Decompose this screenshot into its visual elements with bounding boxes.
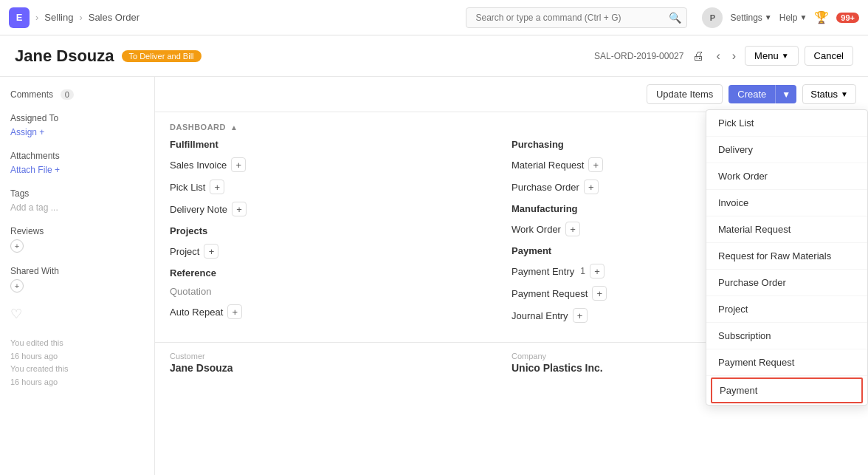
dashboard-collapse-icon[interactable]: ▲ — [230, 123, 238, 131]
project-add-button[interactable]: + — [204, 244, 218, 259]
dropdown-item-payment[interactable]: Payment — [711, 377, 863, 403]
fulfillment-title: Fulfillment — [170, 139, 497, 150]
payment-request-add-button[interactable]: + — [592, 286, 607, 301]
nav-search: 🔍 — [466, 7, 687, 28]
cancel-button[interactable]: Cancel — [805, 46, 853, 66]
breadcrumb-sales-order[interactable]: Sales Order — [89, 12, 140, 23]
sidebar-assigned-to: Assigned To Assign + — [10, 113, 144, 137]
content-area: Update Items Create ▼ Status ▼ Pick List… — [155, 77, 868, 475]
help-button[interactable]: Help ▼ — [779, 13, 807, 23]
assign-link[interactable]: Assign + — [10, 127, 44, 137]
settings-button[interactable]: Settings ▼ — [730, 13, 771, 23]
create-button[interactable]: Create — [728, 85, 775, 103]
dropdown-item-work-order[interactable]: Work Order — [706, 163, 867, 190]
create-dropdown-button[interactable]: ▼ — [775, 85, 796, 103]
notification-badge[interactable]: 99+ — [836, 13, 859, 23]
heart-icon[interactable]: ♡ — [10, 306, 144, 322]
status-badge: To Deliver and Bill — [122, 50, 202, 62]
prev-button[interactable]: ‹ — [713, 47, 723, 66]
dashboard-item-project: Project + — [170, 244, 497, 259]
customer-value: Jane Dsouza — [170, 362, 512, 374]
dropdown-item-material-request[interactable]: Material Request — [706, 216, 867, 243]
action-bar-wrapper: Update Items Create ▼ Status ▼ Pick List… — [155, 77, 868, 112]
reference-title: Reference — [170, 267, 497, 278]
sidebar-footer: You edited this 16 hours ago You created… — [10, 337, 144, 389]
breadcrumb-selling[interactable]: Selling — [44, 12, 73, 23]
sales-invoice-add-button[interactable]: + — [231, 157, 246, 172]
work-order-add-button[interactable]: + — [565, 222, 580, 236]
menu-button[interactable]: Menu ▼ — [745, 46, 798, 66]
breadcrumb-sep-2: › — [79, 12, 82, 23]
pick-list-add-button[interactable]: + — [210, 180, 224, 194]
material-request-add-button[interactable]: + — [588, 157, 603, 172]
dropdown-item-purchase-order[interactable]: Purchase Order — [706, 270, 867, 296]
tag-input[interactable]: Add a tag ... — [10, 202, 58, 213]
dashboard-item-delivery-note: Delivery Note + — [170, 202, 497, 216]
page-header: Jane Dsouza To Deliver and Bill SAL-ORD-… — [0, 35, 868, 77]
breadcrumb-sep-1: › — [35, 12, 38, 23]
purchase-order-add-button[interactable]: + — [584, 180, 599, 194]
dashboard-item-sales-invoice: Sales Invoice + — [170, 157, 497, 172]
main-layout: Comments 0 Assigned To Assign + Attachme… — [0, 77, 868, 475]
sidebar-tags: Tags Add a tag ... — [10, 188, 144, 213]
order-id: SAL-ORD-2019-00027 — [594, 51, 683, 61]
reviews-add-button[interactable]: + — [10, 239, 24, 253]
journal-entry-add-button[interactable]: + — [573, 308, 588, 323]
dropdown-item-subscription[interactable]: Subscription — [706, 323, 867, 349]
top-nav: E › Selling › Sales Order 🔍 P Settings ▼… — [0, 0, 868, 35]
dashboard-left-col: Fulfillment Sales Invoice + Pick List + … — [170, 139, 512, 330]
dropdown-item-request-raw-materials[interactable]: Request for Raw Materials — [706, 243, 867, 270]
status-button[interactable]: Status ▼ — [802, 84, 856, 104]
page-title: Jane Dsouza — [15, 47, 114, 66]
search-input[interactable] — [466, 7, 687, 28]
sidebar-attachments: Attachments Attach File + — [10, 151, 144, 175]
create-dropdown-menu: Pick List Delivery Work Order Invoice Ma… — [706, 109, 868, 406]
next-button[interactable]: › — [729, 47, 739, 66]
trophy-icon: 🏆 — [814, 10, 829, 24]
sidebar: Comments 0 Assigned To Assign + Attachme… — [0, 77, 155, 475]
projects-title: Projects — [170, 225, 497, 236]
dropdown-item-pick-list[interactable]: Pick List — [706, 110, 867, 137]
print-button[interactable]: 🖨 — [689, 47, 707, 66]
dashboard-item-auto-repeat: Auto Repeat + — [170, 304, 497, 319]
delivery-note-add-button[interactable]: + — [232, 202, 247, 216]
dropdown-item-payment-request[interactable]: Payment Request — [706, 349, 867, 376]
dropdown-item-project[interactable]: Project — [706, 296, 867, 323]
nav-right: P Settings ▼ Help ▼ 🏆 99+ — [702, 7, 859, 28]
auto-repeat-add-button[interactable]: + — [227, 304, 242, 319]
header-right: SAL-ORD-2019-00027 🖨 ‹ › Menu ▼ Cancel — [594, 46, 853, 66]
dashboard-item-quotation: Quotation — [170, 286, 497, 297]
comments-count: 0 — [61, 89, 74, 100]
action-bar: Update Items Create ▼ Status ▼ — [155, 77, 868, 112]
search-icon: 🔍 — [669, 12, 681, 24]
sidebar-shared-with: Shared With + — [10, 266, 144, 293]
sidebar-comments: Comments 0 — [10, 89, 144, 100]
user-avatar: P — [702, 7, 723, 28]
attach-file-link[interactable]: Attach File + — [10, 165, 60, 175]
update-items-button[interactable]: Update Items — [647, 84, 723, 104]
customer-label: Customer — [170, 352, 512, 360]
dropdown-item-delivery[interactable]: Delivery — [706, 137, 867, 163]
shared-with-add-button[interactable]: + — [10, 279, 24, 293]
create-button-group: Create ▼ — [728, 85, 796, 103]
customer-col: Customer Jane Dsouza — [170, 352, 512, 374]
app-icon: E — [9, 7, 30, 28]
payment-entry-count: 1 — [580, 266, 585, 276]
sidebar-reviews: Reviews + — [10, 226, 144, 253]
dropdown-item-invoice[interactable]: Invoice — [706, 190, 867, 216]
payment-entry-add-button[interactable]: + — [590, 264, 604, 278]
dashboard-item-pick-list: Pick List + — [170, 180, 497, 194]
